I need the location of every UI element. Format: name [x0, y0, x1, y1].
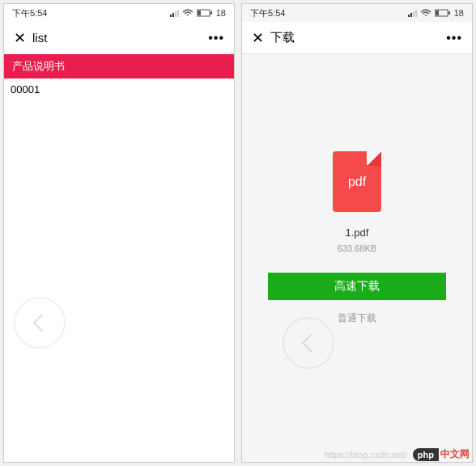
normal-download-button[interactable]: 普通下载 — [338, 311, 376, 325]
pdf-file-icon: pdf — [333, 151, 381, 212]
battery-icon — [435, 9, 451, 17]
more-icon[interactable]: ••• — [208, 31, 224, 45]
nav-bar: ✕ 下载 ••• — [242, 22, 472, 54]
list-item[interactable]: 00001 — [4, 78, 234, 100]
phone-screen-list: 下午5:54 18 ✕ list ••• 产品说明书 00001 — [3, 3, 235, 463]
close-icon[interactable]: ✕ — [252, 29, 264, 47]
status-right: 18 — [408, 8, 464, 18]
signal-icon — [170, 10, 179, 17]
wifi-icon — [420, 9, 431, 17]
watermark-url: https://blog.csdn.net/ — [324, 450, 406, 460]
svg-rect-4 — [436, 11, 439, 15]
wifi-icon — [182, 9, 193, 17]
status-bar: 下午5:54 18 — [4, 4, 234, 22]
battery-level: 18 — [454, 8, 464, 18]
php-logo: php — [413, 448, 439, 461]
signal-icon — [408, 10, 417, 17]
status-time: 下午5:54 — [250, 7, 285, 19]
svg-rect-5 — [448, 11, 450, 15]
watermark-text: 中文网 — [440, 447, 470, 461]
more-icon[interactable]: ••• — [446, 31, 462, 45]
nav-bar: ✕ list ••• — [4, 22, 234, 54]
section-header: 产品说明书 — [4, 54, 234, 78]
download-content: pdf 1.pdf 633.68KB 高速下载 普通下载 — [242, 54, 472, 462]
watermark: https://blog.csdn.net/ php 中文网 — [324, 447, 470, 461]
gesture-back-icon — [14, 297, 66, 349]
svg-rect-2 — [210, 11, 212, 15]
page-title: 下载 — [270, 30, 295, 45]
battery-level: 18 — [216, 8, 226, 18]
fast-download-button[interactable]: 高速下载 — [268, 273, 446, 300]
status-time: 下午5:54 — [12, 7, 47, 19]
battery-icon — [197, 9, 213, 17]
status-bar: 下午5:54 18 — [242, 4, 472, 22]
status-right: 18 — [170, 8, 226, 18]
phone-screen-download: 下午5:54 18 ✕ 下载 ••• pdf 1.pdf 633.68KB 高速… — [241, 3, 473, 463]
svg-rect-1 — [198, 11, 201, 15]
page-title: list — [32, 31, 47, 44]
file-size: 633.68KB — [338, 244, 376, 253]
pdf-icon-text: pdf — [348, 175, 366, 189]
file-name: 1.pdf — [346, 227, 369, 239]
close-icon[interactable]: ✕ — [14, 29, 26, 47]
